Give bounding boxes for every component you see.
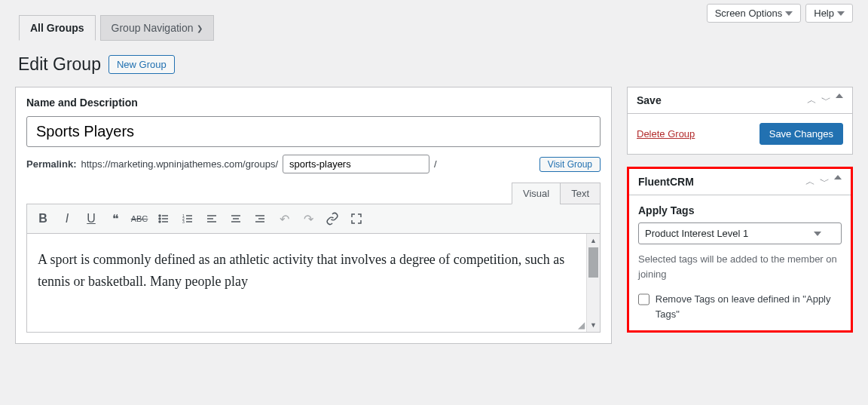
move-up-icon[interactable]: ︿ bbox=[805, 175, 815, 189]
tab-label: All Groups bbox=[30, 22, 84, 34]
selected-tag: Product Interest Level 1 bbox=[645, 228, 748, 239]
align-left-icon[interactable] bbox=[200, 207, 223, 230]
delete-group-link[interactable]: Delete Group bbox=[637, 128, 695, 140]
fluentcrm-title: FluentCRM bbox=[638, 176, 694, 188]
redo-icon[interactable]: ↷ bbox=[297, 207, 319, 230]
undo-icon[interactable]: ↶ bbox=[273, 207, 295, 230]
tab-label: Group Navigation bbox=[112, 22, 194, 34]
editor-tab-visual[interactable]: Visual bbox=[512, 183, 561, 204]
svg-point-2 bbox=[159, 218, 160, 219]
editor-toolbar: B I U ❝ ABC 123 bbox=[26, 204, 601, 234]
help-label: Help bbox=[814, 8, 834, 19]
move-down-icon[interactable]: ﹀ bbox=[820, 175, 830, 189]
italic-icon[interactable]: I bbox=[56, 207, 78, 230]
numbered-list-icon[interactable]: 123 bbox=[176, 207, 199, 230]
tab-all-groups[interactable]: All Groups bbox=[19, 15, 96, 41]
svg-point-4 bbox=[159, 221, 160, 222]
move-down-icon[interactable]: ﹀ bbox=[821, 94, 831, 107]
scroll-thumb[interactable] bbox=[588, 247, 598, 278]
align-center-icon[interactable] bbox=[225, 207, 247, 230]
scroll-down-icon[interactable]: ▼ bbox=[587, 318, 600, 332]
align-right-icon[interactable] bbox=[249, 207, 271, 230]
strikethrough-icon[interactable]: ABC bbox=[128, 207, 151, 230]
tags-select[interactable]: Product Interest Level 1 bbox=[638, 222, 842, 244]
svg-point-0 bbox=[159, 215, 160, 216]
collapse-icon[interactable] bbox=[836, 94, 843, 98]
screen-options-label: Screen Options bbox=[715, 8, 783, 19]
remove-tags-label: Remove Tags on leave defined in "Apply T… bbox=[656, 292, 842, 321]
page-title: Edit Group bbox=[18, 54, 101, 75]
visit-group-button[interactable]: Visit Group bbox=[539, 157, 601, 172]
fluentcrm-box: FluentCRM ︿ ﹀ Apply Tags Product Interes… bbox=[627, 167, 853, 333]
link-icon[interactable] bbox=[321, 207, 344, 230]
remove-tags-row[interactable]: Remove Tags on leave defined in "Apply T… bbox=[638, 292, 842, 321]
tags-helper-text: Selected tags will be added to the membe… bbox=[638, 252, 842, 281]
slug-suffix: / bbox=[434, 158, 437, 170]
resize-handle-icon[interactable]: ◢ bbox=[578, 320, 585, 330]
save-changes-button[interactable]: Save Changes bbox=[760, 123, 843, 145]
underline-icon[interactable]: U bbox=[80, 207, 102, 230]
svg-text:3: 3 bbox=[182, 219, 185, 224]
remove-tags-checkbox[interactable] bbox=[638, 293, 649, 305]
slug-input[interactable] bbox=[283, 155, 429, 173]
permalink-base: https://marketing.wpninjathemes.com/grou… bbox=[81, 158, 278, 170]
section-label: Name and Description bbox=[26, 97, 601, 109]
apply-tags-label: Apply Tags bbox=[638, 204, 842, 216]
name-description-box: Name and Description Permalink: https://… bbox=[15, 87, 612, 344]
collapse-icon[interactable] bbox=[834, 175, 842, 179]
screen-options-button[interactable]: Screen Options bbox=[707, 4, 802, 23]
scrollbar[interactable]: ▲ ▼ bbox=[586, 234, 600, 332]
bullet-list-icon[interactable] bbox=[152, 207, 175, 230]
chevron-down-icon bbox=[814, 232, 821, 236]
new-group-button[interactable]: New Group bbox=[108, 55, 175, 74]
editor-content[interactable]: A sport is commonly defined as an athlet… bbox=[27, 234, 586, 332]
help-button[interactable]: Help bbox=[805, 4, 853, 23]
chevron-down-icon bbox=[785, 11, 793, 16]
save-box: Save ︿ ﹀ Delete Group Save Changes bbox=[627, 87, 853, 155]
scroll-up-icon[interactable]: ▲ bbox=[587, 234, 600, 247]
permalink-label: Permalink: bbox=[26, 158, 76, 170]
save-box-title: Save bbox=[637, 94, 662, 106]
tab-group-navigation[interactable]: Group Navigation ❯ bbox=[100, 15, 214, 41]
group-title-input[interactable] bbox=[26, 116, 601, 147]
bold-icon[interactable]: B bbox=[32, 207, 54, 230]
chevron-right-icon: ❯ bbox=[197, 24, 203, 32]
fullscreen-icon[interactable] bbox=[345, 207, 368, 230]
chevron-down-icon bbox=[837, 11, 845, 16]
blockquote-icon[interactable]: ❝ bbox=[104, 207, 127, 230]
editor-tab-text[interactable]: Text bbox=[560, 183, 601, 204]
move-up-icon[interactable]: ︿ bbox=[807, 94, 817, 107]
